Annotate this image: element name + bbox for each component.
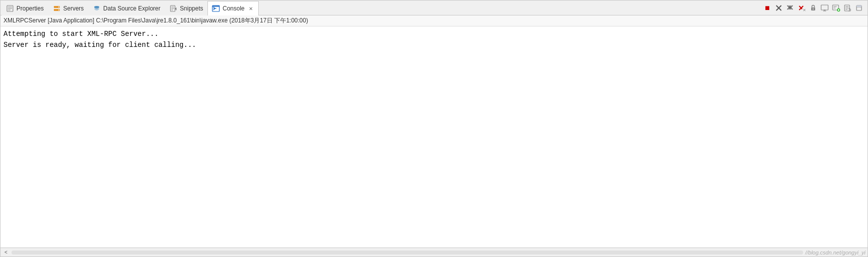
tab-console[interactable]: Console ✕ (207, 1, 258, 15)
svg-point-7 (58, 9, 59, 10)
open-editor-button[interactable] (842, 2, 853, 13)
stop-button[interactable]: ■ (762, 2, 773, 13)
toolbar-right: ■ (762, 0, 867, 15)
tab-snippets[interactable]: Snippets (165, 1, 208, 15)
tab-console-close[interactable]: ✕ (247, 5, 254, 12)
tab-datasource[interactable]: Data Source Explorer (88, 1, 165, 15)
tab-servers-label: Servers (63, 5, 84, 12)
bottom-scrollbar: < //blog.csdn.net/gongyi_yi (0, 248, 868, 257)
console-line-1: Attempting to start XML-RPC Server... (3, 28, 865, 39)
close-all-button[interactable] (785, 2, 796, 13)
properties-icon (6, 4, 14, 12)
scroll-left-arrow[interactable]: < (2, 250, 9, 255)
watermark-text: //blog.csdn.net/gongyi_yi (805, 250, 866, 256)
pin-button[interactable] (819, 2, 830, 13)
remove-button[interactable]: ✕ (796, 2, 807, 13)
tab-properties-label: Properties (16, 5, 44, 12)
new-console-button[interactable] (831, 2, 842, 13)
tab-datasource-label: Data Source Explorer (103, 5, 161, 12)
tab-bar: Properties Servers (0, 0, 868, 15)
lock-button[interactable] (808, 2, 819, 13)
svg-point-6 (58, 6, 59, 7)
horizontal-scrollbar[interactable] (11, 251, 803, 255)
tab-console-label: Console (222, 5, 244, 12)
console-line-2: Server is ready, waiting for client call… (3, 39, 865, 50)
svg-rect-45 (857, 5, 862, 7)
minimize-button[interactable] (854, 2, 865, 13)
status-text: XMLRPCServer [Java Application] C:\Progr… (3, 17, 308, 24)
servers-icon (53, 4, 61, 12)
console-output-area[interactable]: Attempting to start XML-RPC Server... Se… (0, 26, 868, 248)
tab-servers[interactable]: Servers (48, 1, 88, 15)
tab-properties[interactable]: Properties (1, 1, 48, 15)
snippets-icon (170, 4, 177, 12)
datasource-icon (93, 4, 101, 12)
svg-rect-14 (212, 5, 219, 7)
console-status-line: XMLRPCServer [Java Application] C:\Progr… (0, 15, 868, 26)
tab-snippets-label: Snippets (180, 5, 203, 12)
svg-text:✕: ✕ (803, 8, 806, 11)
console-icon (212, 4, 220, 12)
eclipse-console-panel: Properties Servers (0, 0, 868, 257)
svg-rect-28 (821, 5, 828, 10)
close-console-button[interactable] (773, 2, 784, 13)
svg-point-27 (813, 8, 814, 9)
